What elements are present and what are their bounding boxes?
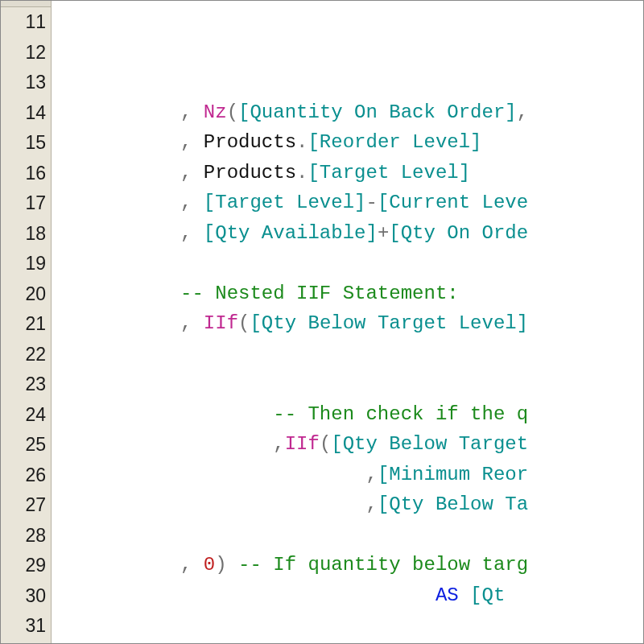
code-line[interactable]: , Nz([Quantity On Back Order], — [64, 97, 643, 128]
line-number: 19 — [1, 249, 51, 279]
token-brack: [Target Level] — [204, 192, 366, 213]
token-brack: [Quantity On Back Order] — [238, 101, 517, 123]
token-brack: [Reorder Level] — [308, 131, 481, 153]
token-punct: , — [365, 493, 377, 515]
code-line[interactable]: AS [Qt — [64, 580, 643, 611]
token-punct: , — [180, 101, 204, 123]
token-comm: -- If quantity below targ — [238, 554, 528, 576]
line-number: 13 — [1, 68, 51, 98]
token-brack: [Minimum Reor — [378, 464, 528, 485]
token-brack: [Qty Available] — [204, 222, 378, 244]
code-line[interactable] — [64, 610, 643, 641]
code-line[interactable] — [64, 369, 643, 399]
code-area[interactable]: , Nz([Quantity On Back Order], , Product… — [52, 1, 643, 643]
token-punct: - — [365, 192, 377, 213]
token-brack: [Qty Below Ta — [378, 493, 528, 515]
code-line[interactable]: , [Target Level]-[Current Leve — [64, 188, 643, 218]
code-line[interactable]: -- Nested IIF Statement: — [64, 279, 643, 309]
token-punct: , — [180, 222, 204, 244]
line-number: 11 — [1, 7, 51, 38]
token-punct: , — [180, 192, 204, 213]
token-comm: -- Nested IIF Statement: — [180, 283, 459, 304]
token-punct: , — [517, 101, 528, 123]
code-line[interactable]: ,IIf([Qty Below Target — [64, 429, 643, 460]
token-punct: , — [180, 312, 204, 334]
line-number: 26 — [1, 460, 51, 491]
token-punct: , — [180, 131, 204, 153]
line-number: 17 — [1, 188, 51, 219]
line-number: 14 — [1, 98, 51, 129]
code-line[interactable]: , Products.[Target Level] — [64, 158, 643, 188]
token-punct: , — [180, 554, 204, 576]
code-line[interactable]: , 0) -- If quantity below targ — [64, 550, 643, 580]
code-line[interactable]: FROM — [64, 641, 643, 644]
token-ident: Products — [204, 131, 296, 153]
line-number: 16 — [1, 159, 51, 189]
line-number: 18 — [1, 219, 51, 250]
code-line[interactable]: ,[Qty Below Ta — [64, 489, 643, 520]
line-number: 21 — [1, 309, 51, 340]
token-brack: [Qt — [470, 584, 505, 606]
token-punct: ( — [238, 312, 250, 334]
code-line[interactable] — [64, 248, 643, 279]
line-number: 31 — [1, 611, 51, 642]
line-number: 28 — [1, 521, 51, 551]
token-num: 0 — [204, 554, 215, 576]
code-editor: 1112131415161718192021222324252627282930… — [0, 0, 644, 644]
line-number: 25 — [1, 430, 51, 460]
token-punct: + — [378, 222, 389, 244]
line-number: 27 — [1, 490, 51, 521]
gutter-header-stub — [1, 1, 51, 7]
token-brack: [Qty On Orde — [389, 222, 528, 244]
line-number: 23 — [1, 369, 51, 400]
token-punct: ) — [215, 554, 238, 576]
line-number: 24 — [1, 400, 51, 431]
token-punct: ( — [227, 101, 238, 123]
line-number-gutter: 1112131415161718192021222324252627282930… — [1, 1, 52, 643]
token-punct: . — [296, 131, 308, 153]
token-comm: -- Then check if the q — [273, 403, 528, 425]
token-brack: [Qty Below Target — [331, 433, 528, 455]
token-func: Nz — [204, 101, 227, 123]
token-punct: . — [296, 162, 308, 184]
token-brack: [Current Leve — [378, 192, 528, 213]
code-line[interactable] — [64, 339, 643, 369]
code-line[interactable]: ,[Minimum Reor — [64, 460, 643, 490]
line-number: 30 — [1, 581, 51, 612]
line-number: 12 — [1, 38, 51, 68]
line-number: 20 — [1, 279, 51, 310]
code-line[interactable]: , IIf([Qty Below Target Level] — [64, 308, 643, 339]
code-line[interactable]: , [Qty Available]+[Qty On Orde — [64, 218, 643, 249]
token-ident: Products — [204, 162, 296, 184]
token-punct: , — [180, 162, 204, 184]
token-brack: [Target Level] — [308, 162, 470, 184]
code-line[interactable]: -- Then check if the q — [64, 399, 643, 430]
token-key: AS — [436, 584, 470, 606]
code-line[interactable]: , Products.[Reorder Level] — [64, 127, 643, 158]
token-punct: ( — [320, 433, 331, 455]
token-func: IIf — [285, 433, 320, 455]
line-number: 29 — [1, 551, 51, 581]
token-func: IIf — [204, 312, 238, 334]
token-punct: , — [273, 433, 284, 455]
line-number: 22 — [1, 340, 51, 370]
token-punct: , — [365, 464, 377, 485]
code-line[interactable] — [64, 520, 643, 551]
line-number: 15 — [1, 128, 51, 159]
token-brack: [Qty Below Target Level] — [250, 312, 528, 334]
